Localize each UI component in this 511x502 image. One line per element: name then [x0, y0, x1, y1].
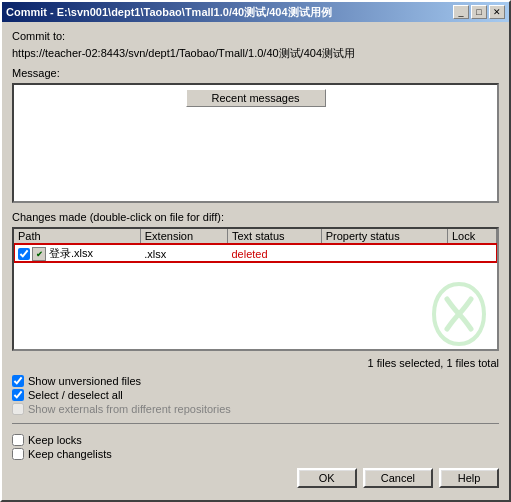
- select-deselect-label: Select / deselect all: [28, 389, 123, 401]
- file-name: 登录.xlsx: [49, 246, 93, 261]
- svn-logo: [429, 279, 489, 349]
- cancel-button[interactable]: Cancel: [363, 468, 433, 488]
- maximize-button[interactable]: □: [471, 5, 487, 19]
- table-header-row: Path Extension Text status Property stat…: [14, 229, 497, 244]
- button-row: OK Cancel Help: [12, 468, 499, 492]
- status-line: 1 files selected, 1 files total: [12, 357, 499, 369]
- divider: [12, 423, 499, 424]
- select-deselect-row: Select / deselect all: [12, 389, 499, 401]
- file-status-cell: deleted: [227, 244, 321, 262]
- status-text: 1 files selected, 1 files total: [368, 357, 499, 369]
- ok-button[interactable]: OK: [297, 468, 357, 488]
- title-bar-buttons: _ □ ✕: [453, 5, 505, 19]
- file-prop-status-cell: [321, 244, 447, 262]
- dialog-content: Commit to: https://teacher-02:8443/svn/d…: [2, 22, 509, 500]
- recent-messages-button[interactable]: Recent messages: [186, 89, 326, 107]
- bottom-options: Show unversioned files Select / deselect…: [12, 375, 499, 415]
- message-textarea[interactable]: [14, 111, 497, 201]
- col-property-status: Property status: [321, 229, 447, 244]
- close-button[interactable]: ✕: [489, 5, 505, 19]
- message-label: Message:: [12, 67, 499, 79]
- commit-dialog: Commit - E:\svn001\dept1\Taobao\Tmall1.0…: [0, 0, 511, 502]
- help-button[interactable]: Help: [439, 468, 499, 488]
- file-checkbox[interactable]: [18, 248, 30, 260]
- file-table: Path Extension Text status Property stat…: [14, 229, 497, 262]
- show-externals-label: Show externals from different repositori…: [28, 403, 231, 415]
- file-table-container: Path Extension Text status Property stat…: [12, 227, 499, 351]
- col-path: Path: [14, 229, 140, 244]
- show-unversioned-label: Show unversioned files: [28, 375, 141, 387]
- keep-changelists-label: Keep changelists: [28, 448, 112, 460]
- keep-locks-row: Keep locks: [12, 434, 499, 446]
- col-lock: Lock: [447, 229, 496, 244]
- commit-to-label: Commit to:: [12, 30, 499, 42]
- keep-options: Keep locks Keep changelists: [12, 434, 499, 460]
- show-unversioned-checkbox[interactable]: [12, 375, 24, 387]
- col-text-status: Text status: [227, 229, 321, 244]
- changes-label: Changes made (double-click on file for d…: [12, 211, 499, 223]
- select-deselect-checkbox[interactable]: [12, 389, 24, 401]
- show-externals-checkbox: [12, 403, 24, 415]
- keep-changelists-checkbox[interactable]: [12, 448, 24, 460]
- file-icon: ✔: [32, 247, 46, 261]
- keep-changelists-row: Keep changelists: [12, 448, 499, 460]
- col-extension: Extension: [140, 229, 227, 244]
- title-bar: Commit - E:\svn001\dept1\Taobao\Tmall1.0…: [2, 2, 509, 22]
- keep-locks-checkbox[interactable]: [12, 434, 24, 446]
- file-lock-cell: [447, 244, 496, 262]
- minimize-button[interactable]: _: [453, 5, 469, 19]
- file-extension-cell: .xlsx: [140, 244, 227, 262]
- show-externals-row: Show externals from different repositori…: [12, 403, 499, 415]
- table-row[interactable]: ✔ 登录.xlsx .xlsx deleted: [14, 244, 497, 262]
- keep-locks-label: Keep locks: [28, 434, 82, 446]
- window-title: Commit - E:\svn001\dept1\Taobao\Tmall1.0…: [6, 5, 332, 20]
- message-box: Recent messages: [12, 83, 499, 203]
- commit-path-value: https://teacher-02:8443/svn/dept1/Taobao…: [12, 46, 499, 61]
- file-path-cell: ✔ 登录.xlsx: [14, 244, 140, 262]
- show-unversioned-row: Show unversioned files: [12, 375, 499, 387]
